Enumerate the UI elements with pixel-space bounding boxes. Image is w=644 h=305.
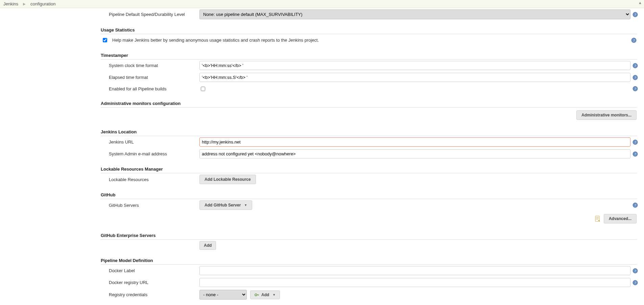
svg-text:?: ? — [634, 87, 636, 91]
jenkins-url-input[interactable] — [199, 137, 630, 147]
help-icon[interactable]: ? — [633, 75, 638, 80]
svg-text:?: ? — [634, 75, 636, 80]
registry-creds-select[interactable]: - none - — [199, 290, 247, 300]
enabled-all-label: Enabled for all Pipeline builds — [101, 86, 199, 91]
add-github-server-button[interactable]: Add GitHub Server ▼ — [199, 200, 252, 210]
github-enterprise-add-button[interactable]: Add — [199, 241, 216, 250]
lockable-label: Lockable Resources — [101, 177, 199, 182]
svg-text:?: ? — [634, 140, 636, 144]
elapsed-time-input[interactable] — [199, 73, 630, 82]
github-enterprise-row: Add — [101, 240, 637, 251]
github-advanced-button[interactable]: Advanced... — [604, 214, 637, 223]
admin-email-input[interactable] — [199, 149, 630, 158]
usage-stats-checkbox[interactable] — [103, 38, 107, 42]
usage-stats-label: Help make Jenkins better by sending anon… — [112, 38, 319, 43]
scroll-up-icon[interactable]: ▲ — [638, 1, 642, 5]
lockable-row: Lockable Resources Add Lockable Resource — [101, 173, 637, 186]
docker-registry-label: Docker registry URL — [101, 280, 199, 285]
jenkins-url-label: Jenkins URL — [101, 139, 199, 145]
section-timestamper: Timestamper — [101, 50, 637, 60]
svg-text:?: ? — [634, 13, 636, 17]
add-github-server-label: Add GitHub Server — [205, 203, 241, 208]
elapsed-time-label: Elapsed time format — [101, 75, 199, 80]
svg-text:?: ? — [634, 203, 636, 207]
add-lockable-button[interactable]: Add Lockable Resource — [199, 175, 256, 184]
docker-label-row: Docker Label ? — [101, 265, 637, 277]
svg-text:?: ? — [634, 269, 636, 273]
svg-text:?: ? — [634, 64, 636, 68]
section-usage-statistics: Usage Statistics — [101, 25, 637, 34]
section-jenkins-location: Jenkins Location — [101, 127, 637, 136]
chevron-down-icon: ▼ — [244, 203, 247, 207]
pipeline-default-row: Pipeline Default Speed/Durability Level … — [101, 8, 637, 21]
registry-creds-row: Registry credentials - none - Add ▼ — [101, 288, 637, 301]
help-icon[interactable]: ? — [633, 139, 638, 145]
enabled-all-checkbox[interactable] — [201, 87, 205, 91]
help-icon[interactable]: ? — [631, 38, 637, 43]
help-icon[interactable]: ? — [633, 268, 638, 274]
pipeline-default-select[interactable]: None: use pipeline default (MAX_SURVIVAB… — [199, 9, 630, 19]
registry-creds-label: Registry credentials — [101, 292, 199, 297]
usage-stats-row: Help make Jenkins better by sending anon… — [101, 34, 637, 46]
registry-creds-add-label: Add — [261, 292, 269, 297]
pipeline-default-label: Pipeline Default Speed/Durability Level — [101, 12, 199, 17]
key-icon — [255, 292, 259, 297]
breadcrumb-bar: Jenkins ▶ configuration ▲ — [0, 0, 644, 8]
registry-creds-add-button[interactable]: Add ▼ — [250, 290, 280, 299]
admin-email-row: System Admin e-mail address ? — [101, 148, 637, 160]
docker-registry-input[interactable] — [199, 278, 630, 287]
chevron-down-icon: ▼ — [272, 293, 276, 297]
github-servers-label: GitHub Servers — [101, 203, 199, 208]
help-icon[interactable]: ? — [633, 12, 638, 17]
docker-label-label: Docker Label — [101, 268, 199, 273]
svg-text:?: ? — [633, 38, 635, 42]
elapsed-time-row: Elapsed time format ? — [101, 71, 637, 83]
admin-email-label: System Admin e-mail address — [101, 151, 199, 156]
section-admin-monitors: Administrative monitors configuration — [101, 98, 637, 108]
help-icon[interactable]: ? — [633, 280, 638, 285]
document-icon — [594, 215, 601, 222]
github-servers-row: GitHub Servers Add GitHub Server ▼ ? — [101, 199, 637, 211]
help-icon[interactable]: ? — [633, 63, 638, 68]
help-icon[interactable]: ? — [633, 151, 638, 157]
section-github-enterprise: GitHub Enterprise Servers — [101, 230, 637, 240]
help-icon[interactable]: ? — [633, 202, 638, 208]
admin-monitors-button[interactable]: Administrative monitors... — [576, 110, 637, 120]
docker-registry-row: Docker registry URL ? — [101, 277, 637, 288]
enabled-all-row: Enabled for all Pipeline builds ? — [101, 83, 637, 94]
help-icon[interactable]: ? — [633, 86, 638, 91]
docker-label-input[interactable] — [199, 266, 630, 275]
svg-text:?: ? — [634, 152, 636, 156]
github-advanced-row: Advanced... — [101, 211, 637, 226]
config-form: Pipeline Default Speed/Durability Level … — [0, 8, 644, 305]
svg-text:?: ? — [634, 281, 636, 285]
section-github: GitHub — [101, 190, 637, 199]
system-clock-label: System clock time format — [101, 63, 199, 68]
breadcrumb-root[interactable]: Jenkins — [3, 1, 18, 6]
system-clock-row: System clock time format ? — [101, 60, 637, 71]
section-pipeline-model: Pipeline Model Definition — [101, 255, 637, 265]
breadcrumb-separator-icon: ▶ — [23, 2, 26, 6]
svg-point-21 — [255, 294, 257, 296]
system-clock-input[interactable] — [199, 61, 630, 70]
jenkins-url-row: Jenkins URL ? — [101, 136, 637, 148]
section-lockable: Lockable Resources Manager — [101, 164, 637, 173]
admin-monitors-row: Administrative monitors... — [101, 108, 637, 123]
breadcrumb-current[interactable]: configuration — [30, 1, 55, 6]
